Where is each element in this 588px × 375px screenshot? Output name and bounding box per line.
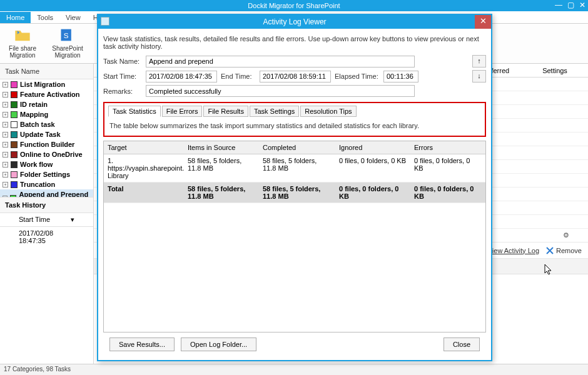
color-swatch-icon — [11, 121, 18, 128]
col-completed[interactable]: Completed — [259, 141, 335, 154]
expand-icon[interactable]: + — [3, 122, 8, 128]
tree-item[interactable]: +ID retain — [0, 99, 93, 109]
tab-file-results[interactable]: File Results — [203, 106, 248, 117]
expand-icon[interactable]: + — [3, 102, 8, 108]
maximize-icon[interactable]: ▢ — [567, 1, 574, 9]
end-time-field[interactable] — [260, 71, 331, 82]
task-tree[interactable]: +List Migration+Feature Activation+ID re… — [0, 79, 93, 197]
tree-item[interactable]: +Folder Settings — [0, 169, 93, 179]
folder-icon — [14, 26, 31, 44]
tab-file-errors[interactable]: File Errors — [162, 106, 203, 117]
tree-item[interactable]: +Online to OneDrive — [0, 149, 93, 159]
tree-item-label: Truncation — [20, 181, 55, 188]
tree-item-label: Mapping — [20, 111, 48, 118]
color-swatch-icon — [11, 151, 18, 158]
task-name-label: Task Name: — [103, 58, 142, 65]
expand-icon[interactable]: + — [3, 172, 8, 178]
svg-text:S: S — [64, 31, 69, 39]
tree-item-label: Work flow — [20, 161, 53, 168]
open-log-folder-button[interactable]: Open Log Folder... — [181, 338, 256, 351]
gear-icon[interactable]: ⚙ — [563, 231, 569, 239]
col-items-source[interactable]: Items in Source — [184, 141, 259, 154]
dialog-close-button[interactable]: ✕ — [475, 15, 491, 29]
expand-icon[interactable]: + — [3, 182, 8, 188]
sharepoint-icon: S — [59, 26, 76, 44]
color-swatch-icon — [11, 101, 18, 108]
elapsed-time-label: Elapsed Time: — [335, 72, 380, 80]
col-target[interactable]: Target — [104, 141, 184, 154]
col-errors[interactable]: Errors — [410, 141, 484, 154]
start-time-label: Start Time: — [103, 72, 142, 80]
color-swatch-icon — [11, 91, 18, 98]
tree-item-label: ID retain — [20, 101, 48, 108]
color-swatch-icon — [11, 161, 18, 168]
tree-item-label: Function Builder — [20, 141, 74, 148]
remarks-field[interactable] — [146, 85, 415, 97]
next-task-button[interactable]: ↓ — [472, 70, 486, 82]
dialog-hint: View task statistics, task results, deta… — [103, 32, 486, 55]
color-swatch-icon — [11, 171, 18, 178]
expand-icon[interactable]: + — [3, 92, 8, 98]
dialog-footer: Save Results... Open Log Folder... Close — [103, 332, 486, 358]
end-time-label: End Time: — [221, 72, 256, 80]
highlighted-region: Task Statistics File Errors File Results… — [103, 102, 486, 137]
tab-task-statistics[interactable]: Task Statistics — [108, 106, 161, 117]
save-results-button[interactable]: Save Results... — [109, 338, 175, 351]
tab-view[interactable]: View — [59, 12, 87, 23]
left-panel: Task Name +List Migration+Feature Activa… — [0, 64, 94, 364]
tree-item[interactable]: +Function Builder — [0, 139, 93, 149]
history-row[interactable]: 2017/02/08 18:47:35 — [0, 227, 93, 247]
app-title: Dockit Migrator for SharePoint — [248, 2, 340, 9]
tab-task-settings[interactable]: Task Settings — [250, 106, 299, 117]
expand-icon[interactable]: + — [3, 132, 8, 138]
stats-table: Target Items in Source Completed Ignored… — [103, 141, 486, 332]
tree-item[interactable]: +Work flow — [0, 159, 93, 169]
table-row[interactable]: 1. https://vyapin.sharepoint.com/s Libra… — [104, 154, 485, 182]
tab-home[interactable]: Home — [0, 12, 31, 23]
tree-item[interactable]: +Feature Activation — [0, 89, 93, 99]
tab-tools[interactable]: Tools — [31, 12, 59, 23]
close-button[interactable]: Close — [444, 338, 480, 351]
start-time-field[interactable] — [146, 71, 217, 82]
tree-item[interactable]: +Truncation — [0, 179, 93, 189]
color-swatch-icon — [11, 81, 18, 88]
tree-item[interactable]: +Mapping — [0, 109, 93, 119]
table-header-row: Target Items in Source Completed Ignored… — [104, 141, 485, 154]
tree-item[interactable]: +Batch task — [0, 119, 93, 129]
tree-item-label: Update Task — [20, 131, 61, 138]
main-titlebar: Dockit Migrator for SharePoint ― ▢ ✕ — [0, 0, 588, 11]
prev-task-button[interactable]: ↑ — [472, 55, 486, 68]
remarks-label: Remarks: — [103, 88, 142, 95]
expand-icon[interactable]: + — [3, 152, 8, 158]
expand-icon[interactable]: + — [3, 162, 8, 168]
elapsed-time-field[interactable] — [383, 71, 418, 82]
sharepoint-migration-button[interactable]: S SharePoint Migration — [49, 26, 86, 61]
tree-item[interactable]: +Update Task — [0, 129, 93, 139]
expand-icon[interactable]: + — [3, 142, 8, 148]
x-icon — [545, 246, 554, 255]
dropdown-icon[interactable]: ▾ — [71, 216, 74, 224]
statusbar: 17 Categories, 98 Tasks — [0, 364, 588, 375]
history-col-header[interactable]: Start Time ▾ — [0, 213, 93, 227]
dialog-title: Activity Log Viewer — [263, 18, 326, 26]
color-swatch-icon — [11, 131, 18, 138]
fileshare-migration-button[interactable]: File share Migration — [4, 26, 41, 61]
task-name-field[interactable] — [146, 56, 415, 68]
expand-icon[interactable]: + — [3, 82, 8, 88]
col-ignored[interactable]: Ignored — [335, 141, 410, 154]
tree-item[interactable]: -Append and Prepend (... — [0, 189, 93, 197]
tab-resolution-tips[interactable]: Resolution Tips — [300, 106, 356, 117]
dialog-titlebar[interactable]: Activity Log Viewer ✕ — [98, 15, 491, 29]
tree-item-label: Batch task — [20, 121, 55, 128]
color-swatch-icon — [11, 181, 18, 188]
ribbon-btn-label: SharePoint Migration — [52, 45, 83, 59]
color-swatch-icon — [11, 141, 18, 148]
remove-button[interactable]: Remove — [545, 246, 582, 255]
tree-item[interactable]: +List Migration — [0, 79, 93, 89]
expand-icon[interactable]: + — [3, 112, 8, 118]
activity-log-dialog: Activity Log Viewer ✕ View task statisti… — [97, 14, 492, 361]
ribbon-btn-label: File share Migration — [9, 45, 36, 59]
minimize-icon[interactable]: ― — [555, 1, 562, 9]
close-icon[interactable]: ✕ — [579, 1, 585, 9]
col-settings[interactable]: Settings — [527, 67, 583, 74]
